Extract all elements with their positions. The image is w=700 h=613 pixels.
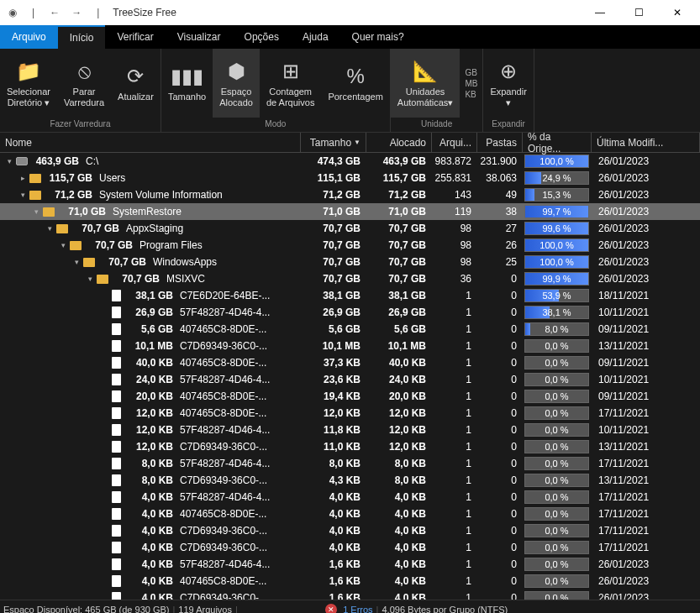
tree-row[interactable]: 40,0 KB407465C8-8D0E-...37,3 KB40,0 KB10… <box>0 354 700 371</box>
menu-tabs: Arquivo Início Verificar Visualizar Opçõ… <box>0 25 700 49</box>
col-modified[interactable]: Última Modifi... <box>592 133 700 152</box>
tree-row[interactable]: ▾70,7 GBWindowsApps70,7 GB70,7 GB9825100… <box>0 254 700 270</box>
folder-open-icon: 📁 <box>16 58 41 85</box>
tree-row[interactable]: 10,1 MBC7D69349-36C0-...10,1 MB10,1 MB10… <box>0 338 700 354</box>
expand-button[interactable]: ⊕ Expandir▾ <box>483 49 533 118</box>
tab-options[interactable]: Opções <box>233 25 291 49</box>
col-name[interactable]: Nome <box>0 133 301 152</box>
error-icon: ✕ <box>325 604 337 614</box>
tree-row[interactable]: ▾463,9 GBC:\474,3 GB463,9 GB983.872231.9… <box>0 153 700 170</box>
percent-bar: 53,9 % <box>524 289 589 302</box>
tree-row[interactable]: 12,0 KB57F48287-4D46-4...11,8 KB12,0 KB1… <box>0 422 700 438</box>
percent-bar: 0,0 % <box>524 373 589 386</box>
mode-percent-button[interactable]: % Porcentagem <box>321 49 389 118</box>
tree-row[interactable]: 38,1 GBC7E6D20E-64BE-...38,1 GB38,1 GB10… <box>0 287 700 304</box>
row-name: System Volume Information <box>99 189 223 201</box>
col-percent[interactable]: % da Orige... <box>523 133 592 152</box>
expander-icon[interactable]: ▾ <box>71 258 82 266</box>
tree-row[interactable]: 5,6 GB407465C8-8D0E-...5,6 GB5,6 GB108,0… <box>0 321 700 338</box>
tree-row[interactable]: 4,0 KB407465C8-8D0E-...1,6 KB4,0 KB100,0… <box>0 573 700 589</box>
unit-gb[interactable]: GB <box>465 68 477 77</box>
tab-verify[interactable]: Verificar <box>105 25 165 49</box>
row-name: C7D69349-36C0-... <box>180 525 267 537</box>
unit-kb[interactable]: KB <box>465 90 477 99</box>
tree-row[interactable]: 8,0 KB57F48287-4D46-4...8,0 KB8,0 KB100,… <box>0 455 700 472</box>
tab-more[interactable]: Quer mais? <box>340 25 416 49</box>
tree-row[interactable]: 4,0 KBC7D69349-36C0-...1,6 KB4,0 KB100,0… <box>0 589 700 600</box>
tree-row[interactable]: ▾70,7 GBAppxStaging70,7 GB70,7 GB982799,… <box>0 220 700 237</box>
expander-icon[interactable]: ▾ <box>17 191 29 199</box>
percent-bar: 0,0 % <box>524 457 589 470</box>
unit-mb[interactable]: MB <box>465 79 477 88</box>
percent-bar: 0,0 % <box>524 574 589 588</box>
expander-icon[interactable]: ▾ <box>84 275 96 283</box>
percent-bar: 0,0 % <box>524 390 589 403</box>
maximize-button[interactable]: ☐ <box>619 0 658 25</box>
tree-row[interactable]: 4,0 KB57F48287-4D46-4...4,0 KB4,0 KB100,… <box>0 489 700 506</box>
tree-row[interactable]: 12,0 KB407465C8-8D0E-...12,0 KB12,0 KB10… <box>0 405 700 422</box>
tree-row[interactable]: ▾71,0 GBSystemRestore71,0 GB71,0 GB11938… <box>0 203 700 220</box>
tree-row[interactable]: 8,0 KBC7D69349-36C0-...4,3 KB8,0 KB100,0… <box>0 472 700 489</box>
tree-row[interactable]: 4,0 KB57F48287-4D46-4...1,6 KB4,0 KB100,… <box>0 556 700 573</box>
tree-row[interactable]: 12,0 KBC7D69349-36C0-...11,0 KB12,0 KB10… <box>0 438 700 455</box>
mode-size-button[interactable]: ▮▮▮ Tamanho <box>161 49 213 118</box>
row-size: 5,6 GB <box>126 323 173 335</box>
mode-filecount-button[interactable]: ⊞ Contagemde Arquivos <box>260 49 321 118</box>
col-folders[interactable]: Pastas <box>477 133 523 152</box>
row-name: Program Files <box>139 239 203 251</box>
file-icon <box>109 541 123 554</box>
close-button[interactable]: ✕ <box>658 0 697 25</box>
tree-row[interactable]: 20,0 KB407465C8-8D0E-...19,4 KB20,0 KB10… <box>0 388 700 405</box>
tree-row[interactable]: 26,9 GB57F48287-4D46-4...26,9 GB26,9 GB1… <box>0 304 700 321</box>
status-errors-link[interactable]: 1 Erros <box>343 605 372 614</box>
row-size: 38,1 GB <box>126 290 173 301</box>
unit-auto-button[interactable]: 📐 UnidadesAutomáticas▾ <box>391 49 461 118</box>
tree-row[interactable]: ▾70,7 GBProgram Files70,7 GB70,7 GB98261… <box>0 237 700 254</box>
row-size: 4,0 KB <box>126 525 173 537</box>
tree-row[interactable]: ▾71,2 GBSystem Volume Information71,2 GB… <box>0 186 700 203</box>
tab-visualize[interactable]: Visualizar <box>166 25 233 49</box>
select-directory-button[interactable]: 📁 SelecionarDiretório ▾ <box>0 49 57 118</box>
tree-row[interactable]: 4,0 KBC7D69349-36C0-...4,0 KB4,0 KB100,0… <box>0 539 700 556</box>
tab-home[interactable]: Início <box>58 25 106 49</box>
row-name: 57F48287-4D46-4... <box>180 424 270 436</box>
tab-help[interactable]: Ajuda <box>291 25 340 49</box>
expander-icon[interactable]: ▾ <box>3 157 15 165</box>
row-name: 407465C8-8D0E-... <box>180 357 266 369</box>
tree-row[interactable]: 4,0 KB407465C8-8D0E-...4,0 KB4,0 KB100,0… <box>0 506 700 522</box>
col-files[interactable]: Arqui... <box>432 133 477 152</box>
row-size: 12,0 KB <box>126 424 173 436</box>
row-name: WindowsApps <box>153 256 217 268</box>
expander-icon[interactable]: ▾ <box>30 207 42 216</box>
expander-icon[interactable]: ▸ <box>17 174 29 182</box>
expander-icon[interactable]: ▾ <box>57 241 69 249</box>
tab-file[interactable]: Arquivo <box>0 25 58 49</box>
row-size: 70,7 GB <box>86 239 133 251</box>
nav-forward-icon[interactable]: → <box>66 5 87 20</box>
nav-back-icon[interactable]: ← <box>45 5 65 20</box>
row-size: 4,0 KB <box>126 542 173 553</box>
tree-row[interactable]: ▸115,7 GBUsers115,1 GB115,7 GB255.83138.… <box>0 170 700 186</box>
expander-icon[interactable]: ▾ <box>44 224 55 233</box>
row-name: 407465C8-8D0E-... <box>180 407 266 419</box>
file-icon <box>109 339 123 353</box>
stop-icon: ⦸ <box>78 58 91 85</box>
mode-allocated-button[interactable]: ⬢ EspaçoAlocado <box>213 49 260 118</box>
folder-icon <box>82 255 96 269</box>
row-size: 12,0 KB <box>126 441 173 453</box>
row-name: C7D69349-36C0-... <box>180 542 267 553</box>
tree-row[interactable]: ▾70,7 GBMSIXVC70,7 GB70,7 GB36099,9 %26/… <box>0 270 700 287</box>
row-name: 57F48287-4D46-4... <box>180 491 270 503</box>
stop-scan-button[interactable]: ⦸ PararVarredura <box>57 49 111 118</box>
refresh-button[interactable]: ⟳ Atualizar <box>111 49 161 118</box>
col-allocated[interactable]: Alocado <box>366 133 432 152</box>
group-label-scan: Fazer Varredura <box>0 118 161 132</box>
percent-bar: 100,0 % <box>524 255 589 269</box>
col-size[interactable]: Tamanho▼ <box>301 133 366 152</box>
row-size: 10,1 MB <box>126 340 173 352</box>
tree-view[interactable]: ▾463,9 GBC:\474,3 GB463,9 GB983.872231.9… <box>0 153 700 600</box>
tree-row[interactable]: 24,0 KB57F48287-4D46-4...23,6 KB24,0 KB1… <box>0 371 700 388</box>
minimize-button[interactable]: — <box>581 0 619 25</box>
tree-row[interactable]: 4,0 KBC7D69349-36C0-...4,0 KB4,0 KB100,0… <box>0 522 700 539</box>
percent-icon: % <box>346 63 364 90</box>
